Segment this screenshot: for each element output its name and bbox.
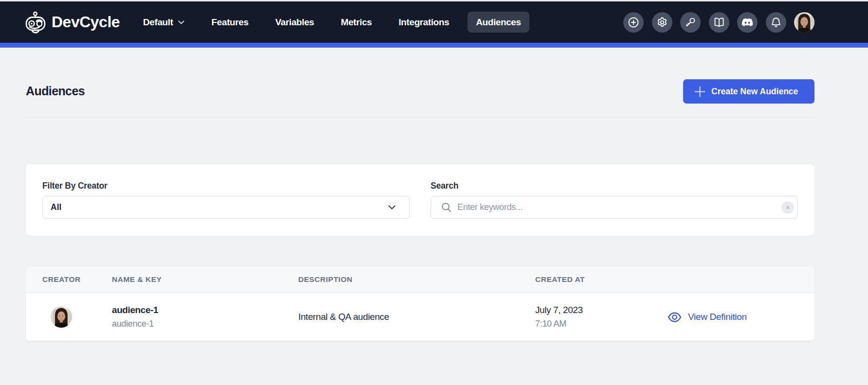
view-definition-label: View Definition	[688, 312, 747, 322]
create-new-audience-button[interactable]: Create New Audience	[683, 79, 814, 104]
nav-label: Variables	[275, 17, 314, 28]
search-icon	[441, 202, 452, 213]
nav-item-integrations[interactable]: Integrations	[390, 12, 457, 33]
brand-wordmark: DevCycle	[52, 13, 120, 31]
plus-circle-icon	[628, 17, 639, 28]
x-icon: ×	[786, 204, 790, 211]
name-key-cell: audience-1 audience-1	[112, 303, 298, 331]
primary-nav: Default Features Variables Metrics Integ…	[135, 1, 529, 43]
notifications-button[interactable]	[766, 12, 786, 33]
nav-label: Features	[212, 17, 249, 28]
nav-label: Default	[143, 17, 173, 28]
audience-name: audience-1	[112, 303, 298, 317]
column-header-description: Description	[298, 275, 535, 284]
nav-item-metrics[interactable]: Metrics	[332, 12, 380, 33]
creator-select-value: All	[51, 202, 61, 212]
creator-avatar	[51, 306, 72, 328]
discord-icon	[741, 16, 754, 29]
user-avatar[interactable]	[794, 12, 814, 33]
nav-label: Audiences	[476, 17, 521, 28]
nav-item-features[interactable]: Features	[203, 12, 257, 33]
accent-bar	[0, 43, 868, 48]
created-at-cell: July 7, 2023 7:10 AM	[535, 303, 668, 331]
view-definition-link[interactable]: View Definition	[668, 312, 747, 323]
filter-card: Filter By Creator All Search ×	[26, 164, 814, 236]
search-box: ×	[431, 196, 798, 219]
documentation-button[interactable]	[709, 12, 729, 33]
add-new-button[interactable]	[623, 12, 644, 33]
column-header-created-at: Created At	[535, 275, 668, 284]
table-row[interactable]: audience-1 audience-1 Internal & QA audi…	[26, 293, 814, 341]
discord-button[interactable]	[737, 12, 758, 33]
created-date: July 7, 2023	[535, 303, 668, 317]
column-header-creator: Creator	[42, 275, 112, 284]
main-content: Audiences Create New Audience Filter By …	[26, 48, 814, 341]
header-actions	[623, 1, 814, 43]
audience-description: Internal & QA audience	[298, 312, 535, 322]
devcycle-robot-icon	[25, 10, 47, 35]
app-header: DevCycle Default Features Variables Metr…	[0, 1, 868, 43]
search-field: Search ×	[431, 181, 798, 236]
chevron-down-icon	[178, 20, 185, 25]
user-photo	[794, 12, 814, 33]
nav-item-audiences[interactable]: Audiences	[468, 12, 529, 33]
nav-label: Metrics	[341, 17, 372, 28]
gear-icon	[656, 17, 668, 28]
audience-key: audience-1	[112, 317, 298, 331]
clear-search-button[interactable]: ×	[781, 201, 794, 214]
created-time: 7:10 AM	[535, 317, 668, 331]
search-input[interactable]	[457, 196, 781, 218]
column-header-name-key: Name & Key	[112, 275, 298, 284]
key-icon	[685, 17, 696, 28]
chevron-down-icon	[388, 205, 396, 210]
creator-select[interactable]: All	[42, 196, 410, 219]
create-button-label: Create New Audience	[711, 87, 798, 97]
page-title: Audiences	[26, 83, 85, 99]
open-book-icon	[713, 17, 725, 28]
nav-item-default-project[interactable]: Default	[135, 12, 193, 33]
audiences-table: Creator Name & Key Description Created A…	[26, 266, 814, 341]
plus-icon	[693, 85, 706, 98]
eye-icon	[668, 312, 682, 323]
settings-button[interactable]	[652, 12, 672, 33]
nav-item-variables[interactable]: Variables	[267, 12, 323, 33]
brand-logo[interactable]: DevCycle	[25, 1, 120, 43]
page-header: Audiences Create New Audience	[26, 48, 814, 118]
table-header-row: Creator Name & Key Description Created A…	[26, 266, 814, 293]
bell-icon	[770, 17, 782, 28]
creator-photo	[51, 306, 72, 328]
api-keys-button[interactable]	[680, 12, 701, 33]
filter-by-creator-label: Filter By Creator	[42, 181, 410, 191]
nav-label: Integrations	[398, 17, 449, 28]
search-label: Search	[431, 181, 798, 191]
creator-filter-field: Filter By Creator All	[42, 181, 410, 236]
